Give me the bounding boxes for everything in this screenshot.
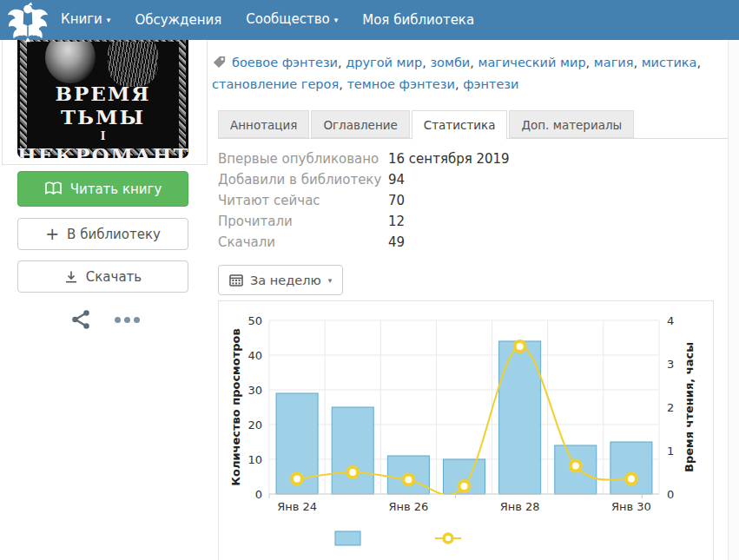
menu-item[interactable]: Обсуждения (122, 0, 234, 40)
page-right-gutter (728, 40, 739, 560)
menu-item[interactable]: Моя библиотека (350, 0, 486, 40)
tag-separator: , (633, 56, 641, 69)
cover-title-line2: І (17, 130, 188, 142)
genre-tags: боевое фэнтези, другой мир, зомби, магич… (212, 52, 726, 96)
left-axis-tick-label: 40 (247, 349, 262, 362)
stat-label: Прочитали (218, 211, 388, 232)
x-axis-label: Янв 24 (277, 500, 317, 513)
tag-separator: , (339, 77, 346, 91)
share-icon[interactable] (69, 308, 92, 331)
bar[interactable] (332, 407, 373, 494)
right-axis-tick-label: 2 (667, 401, 674, 414)
read-book-label: Читать книгу (70, 181, 162, 197)
download-button[interactable]: Скачать (17, 260, 188, 293)
line-point[interactable] (459, 481, 470, 491)
stat-label: Добавили в библиотеку (218, 169, 388, 190)
download-icon (64, 270, 78, 284)
tab[interactable]: Оглавление (311, 110, 409, 138)
stat-row: Прочитали12 (218, 211, 510, 232)
tag-separator: , (338, 56, 346, 69)
tab[interactable]: Статистика (412, 110, 508, 140)
download-label: Скачать (86, 269, 142, 285)
open-book-icon (44, 181, 63, 196)
line-point[interactable] (626, 474, 637, 484)
x-axis-label: Янв 30 (611, 500, 651, 513)
tag-separator: , (586, 56, 594, 69)
right-axis-tick-label: 3 (667, 358, 674, 371)
main-menu: Книги▾ОбсужденияСообщество▾Моя библиотек… (49, 0, 486, 40)
tag-link[interactable]: магия (594, 56, 634, 69)
legend-bar-swatch[interactable] (335, 531, 360, 545)
stats-chart: 0102030405001234Янв 24Янв 26Янв 28Янв 30… (219, 301, 713, 560)
tag-link[interactable]: мистика (642, 56, 697, 69)
stats-list: Впервые опубликовано16 сентября 2019Доба… (218, 148, 510, 253)
tag-link[interactable]: зомби (430, 56, 470, 69)
navbar: Книги▾ОбсужденияСообщество▾Моя библиотек… (0, 0, 739, 40)
book-cover[interactable]: ВРЕМЯ ТЬМЫ І НЕКРОМАНТ (17, 40, 188, 158)
bar[interactable] (499, 341, 541, 494)
stat-label: Читают сейчас (218, 190, 388, 211)
plus-icon: + (45, 224, 59, 243)
stat-value: 16 сентября 2019 (388, 148, 510, 169)
tag-link[interactable]: другой мир (346, 56, 422, 69)
left-axis-tick-label: 10 (247, 453, 262, 466)
left-axis-title: Количество просмотров (229, 328, 242, 485)
add-to-library-label: В библиотеку (67, 227, 161, 242)
calendar-icon (229, 273, 243, 287)
add-to-library-button[interactable]: + В библиотеку (17, 218, 188, 250)
stat-value: 70 (388, 190, 405, 211)
period-filter-label: За неделю (250, 273, 321, 287)
read-book-button[interactable]: Читать книгу (17, 171, 188, 207)
left-axis-tick-label: 30 (247, 384, 262, 397)
menu-item[interactable]: Книги▾ (49, 0, 122, 41)
stat-value: 12 (388, 211, 405, 232)
tab[interactable]: Аннотация (218, 110, 309, 138)
chevron-down-icon: ▾ (107, 16, 111, 24)
x-axis-label: Янв 28 (500, 500, 540, 513)
stat-value: 49 (388, 232, 405, 253)
stat-value: 94 (388, 169, 405, 190)
site-logo[interactable] (5, 1, 50, 48)
tag-link[interactable]: магический мир (478, 56, 585, 69)
more-options-icon[interactable] (115, 317, 140, 323)
tab[interactable]: Доп. материалы (509, 110, 634, 138)
cover-title: ВРЕМЯ ТЬМЫ І НЕКРОМАНТ (17, 82, 188, 158)
line-point[interactable] (515, 341, 525, 352)
line-point[interactable] (292, 474, 302, 484)
stats-chart-card: 0102030405001234Янв 24Янв 26Янв 28Янв 30… (218, 300, 714, 560)
book-cover-card: ВРЕМЯ ТЬМЫ І НЕКРОМАНТ (2, 40, 208, 165)
legend-line-marker[interactable] (444, 534, 452, 543)
chevron-down-icon: ▾ (334, 16, 339, 24)
x-axis-label: Янв 26 (388, 500, 428, 513)
tag-link[interactable]: фэнтези (463, 77, 518, 91)
tag-separator: , (422, 56, 430, 69)
right-axis-tick-label: 1 (667, 445, 674, 458)
bar[interactable] (610, 442, 652, 494)
right-axis-title: Время чтения, часы (683, 342, 696, 472)
page: Книги▾ОбсужденияСообщество▾Моя библиотек… (0, 0, 739, 560)
share-row (69, 308, 148, 334)
tag-link[interactable]: становление героя (212, 77, 339, 91)
tag-separator: , (696, 56, 701, 69)
line-point[interactable] (403, 475, 413, 485)
stat-label: Впервые опубликовано (218, 148, 388, 169)
cover-title-line3: НЕКРОМАНТ (17, 143, 188, 158)
left-axis-tick-label: 20 (247, 418, 262, 432)
chevron-down-icon: ▾ (328, 276, 333, 285)
right-axis-tick-label: 0 (667, 488, 674, 501)
tag-link[interactable]: боевое фэнтези (232, 56, 338, 69)
stat-row: Читают сейчас70 (218, 190, 510, 211)
period-filter-button[interactable]: За неделю ▾ (218, 265, 343, 295)
right-axis-tick-label: 4 (667, 314, 674, 327)
left-axis-tick-label: 0 (255, 488, 262, 501)
stat-label: Скачали (218, 232, 388, 253)
line-point[interactable] (347, 467, 358, 478)
stat-row: Скачали49 (218, 232, 510, 253)
tabs-row: АннотацияОглавлениеСтатистикаДоп. матери… (218, 110, 728, 139)
cover-title-line1: ВРЕМЯ ТЬМЫ (17, 82, 188, 128)
stat-row: Добавили в библиотеку94 (218, 169, 510, 190)
tag-link[interactable]: темное фэнтези (346, 77, 455, 91)
line-point[interactable] (571, 461, 581, 471)
menu-item[interactable]: Сообщество▾ (234, 0, 350, 41)
tag-separator: , (455, 77, 463, 91)
